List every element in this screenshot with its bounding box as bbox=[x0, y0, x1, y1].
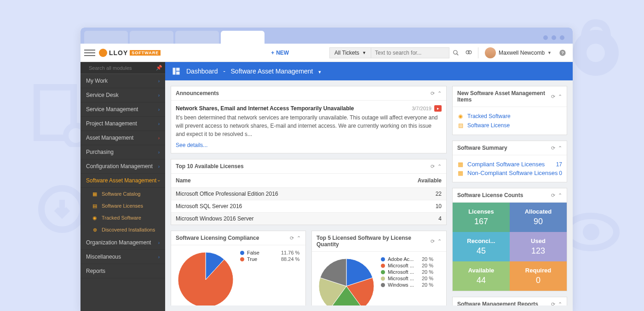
page-titlebar: Dashboard - Software Asset Management ▼ bbox=[165, 62, 573, 80]
announcements-panel: Announcements ⟳⌃ Network Shares, Email a… bbox=[171, 86, 447, 153]
nav-service-management[interactable]: Service Management› bbox=[80, 102, 165, 117]
breadcrumb-root[interactable]: Dashboard bbox=[186, 68, 218, 75]
link-software-license[interactable]: ▤Software License bbox=[457, 121, 562, 130]
refresh-icon[interactable]: ⟳ bbox=[431, 238, 435, 244]
column-header-available[interactable]: Available bbox=[414, 177, 442, 184]
logo-text: LLOY bbox=[109, 49, 128, 57]
collapse-icon[interactable]: ⌃ bbox=[558, 94, 562, 100]
nav-label: Service Management bbox=[86, 106, 138, 113]
window-control[interactable] bbox=[552, 35, 556, 40]
count-tile[interactable]: Required0 bbox=[510, 261, 567, 291]
nav-asset-management[interactable]: Asset Management› bbox=[80, 131, 165, 145]
refresh-icon[interactable]: ⟳ bbox=[431, 90, 435, 96]
sidebar-search-input[interactable] bbox=[89, 65, 152, 71]
subnav-label: Tracked Software bbox=[102, 215, 141, 221]
svg-line-8 bbox=[457, 53, 459, 55]
subnav-label: Software Catalog bbox=[102, 191, 140, 197]
summary-compliant[interactable]: ▦Compliant Software Licenses 17 bbox=[457, 160, 562, 169]
nav-software-asset-management[interactable]: Software Asset Management› bbox=[80, 174, 165, 188]
global-search-input[interactable] bbox=[371, 47, 449, 58]
table-row[interactable]: Microsoft SQL Server 201610 bbox=[171, 200, 446, 212]
collapse-icon[interactable]: ⌃ bbox=[437, 164, 442, 170]
chevron-down-icon[interactable]: ▼ bbox=[547, 51, 552, 55]
browser-tab[interactable] bbox=[84, 31, 128, 44]
refresh-icon[interactable]: ⟳ bbox=[290, 235, 294, 241]
collapse-icon[interactable]: ⌃ bbox=[437, 238, 442, 244]
refresh-icon[interactable]: ⟳ bbox=[551, 145, 555, 151]
collapse-icon[interactable]: ⌃ bbox=[297, 235, 301, 241]
nav-label: Configuration Management bbox=[86, 163, 153, 170]
browser-tab[interactable] bbox=[175, 31, 219, 44]
summary-noncompliant[interactable]: ▦Non-Compliant Software Licenses 0 bbox=[457, 169, 562, 177]
count-tile[interactable]: Used123 bbox=[510, 232, 567, 261]
nav-configuration-management[interactable]: Configuration Management› bbox=[80, 159, 165, 174]
browser-tab-active[interactable] bbox=[221, 31, 264, 44]
table-row[interactable]: Microsoft Windows 2016 Server4 bbox=[171, 212, 446, 225]
reports-panel: Software Management Reports ⟳⌃ ▯Software… bbox=[452, 297, 567, 305]
nav-reports[interactable]: Reports› bbox=[80, 264, 165, 278]
pin-icon[interactable]: 📌 bbox=[156, 65, 162, 71]
help-icon[interactable]: ? bbox=[556, 46, 569, 59]
collapse-icon[interactable]: ⌃ bbox=[558, 145, 562, 151]
subnav-discovered-installations[interactable]: ⊕Discovered Installations bbox=[80, 224, 165, 236]
sidebar-search: 📌 bbox=[80, 62, 165, 74]
user-avatar[interactable] bbox=[485, 47, 496, 58]
legend-item: Adobe Ac...20 % bbox=[381, 256, 433, 262]
link-tracked-software[interactable]: ◉Tracked Software bbox=[457, 112, 562, 121]
collapse-icon[interactable]: ⌃ bbox=[437, 90, 442, 96]
refresh-icon[interactable]: ⟳ bbox=[431, 164, 435, 170]
topbar: LLOY SOFTWARE + NEW All Tickets ▼ Maxwel… bbox=[80, 44, 573, 62]
panel-title: Software Management Reports bbox=[457, 301, 538, 305]
browser-tabstrip bbox=[80, 28, 573, 44]
main-area: Dashboard - Software Asset Management ▼ … bbox=[165, 62, 573, 311]
summary-label: Non-Compliant Software Licenses bbox=[467, 170, 558, 176]
nav-label: Miscellaneous bbox=[86, 254, 121, 260]
subnav-label: Software Licenses bbox=[102, 203, 143, 209]
count-tile[interactable]: Licenses167 bbox=[453, 203, 510, 232]
window-control[interactable] bbox=[543, 35, 548, 40]
top5-pie-chart bbox=[316, 256, 376, 305]
top5-chart-panel: Top 5 Licensed Software by License Quant… bbox=[311, 231, 447, 305]
nav-purchasing[interactable]: Purchasing› bbox=[80, 145, 165, 159]
app-logo: LLOY SOFTWARE bbox=[99, 49, 161, 57]
svg-point-7 bbox=[454, 50, 457, 54]
collapse-icon[interactable]: ⌃ bbox=[558, 192, 562, 198]
chevron-down-icon[interactable]: ▼ bbox=[317, 70, 322, 74]
ticket-filter-dropdown[interactable]: All Tickets ▼ bbox=[329, 47, 371, 58]
search-icon[interactable] bbox=[449, 46, 462, 59]
top-licenses-panel: Top 10 Available Licenses ⟳⌃ Name Availa… bbox=[171, 159, 447, 225]
count-tile[interactable]: Allocated90 bbox=[510, 203, 567, 232]
window-control[interactable] bbox=[560, 35, 564, 40]
nav-organization-management[interactable]: Organization Management› bbox=[80, 236, 165, 250]
svg-point-4 bbox=[586, 44, 605, 62]
subnav-label: Discovered Installations bbox=[102, 227, 155, 232]
table-row[interactable]: Microsoft Office Professional Edition 20… bbox=[171, 187, 446, 200]
nav-label: Reports bbox=[86, 268, 105, 274]
subnav-software-licenses[interactable]: ▤Software Licenses bbox=[80, 200, 165, 212]
subnav-software-catalog[interactable]: ▦Software Catalog bbox=[80, 188, 165, 200]
menu-toggle[interactable] bbox=[84, 47, 95, 58]
refresh-icon[interactable]: ⟳ bbox=[551, 94, 555, 100]
subnav-tracked-software[interactable]: ◉Tracked Software bbox=[80, 212, 165, 224]
count-tile[interactable]: Available44 bbox=[453, 261, 510, 291]
count-tile[interactable]: Reconci...45 bbox=[453, 232, 510, 261]
plus-icon: + bbox=[271, 50, 274, 56]
nav-project-management[interactable]: Project Management› bbox=[80, 117, 165, 131]
catalog-icon: ▦ bbox=[92, 191, 98, 197]
legend-item: False11.76 % bbox=[240, 250, 299, 255]
chevron-right-icon: › bbox=[158, 254, 160, 260]
breadcrumb-current[interactable]: Software Asset Management bbox=[231, 68, 313, 75]
collapse-icon[interactable]: ⌃ bbox=[558, 301, 562, 306]
see-details-link[interactable]: See details... bbox=[176, 142, 207, 148]
nav-service-desk[interactable]: Service Desk› bbox=[80, 88, 165, 102]
nav-miscellaneous[interactable]: Miscellaneous› bbox=[80, 250, 165, 264]
column-header-name[interactable]: Name bbox=[176, 177, 414, 184]
new-button[interactable]: + NEW bbox=[271, 50, 289, 56]
nav-my-work[interactable]: My Work› bbox=[80, 74, 165, 88]
refresh-icon[interactable]: ⟳ bbox=[551, 301, 555, 306]
refresh-icon[interactable]: ⟳ bbox=[551, 192, 555, 198]
chevron-right-icon: › bbox=[158, 136, 160, 141]
browser-tab[interactable] bbox=[130, 31, 173, 44]
ticket-filter-label: All Tickets bbox=[334, 50, 359, 56]
advanced-search-icon[interactable] bbox=[462, 46, 475, 59]
